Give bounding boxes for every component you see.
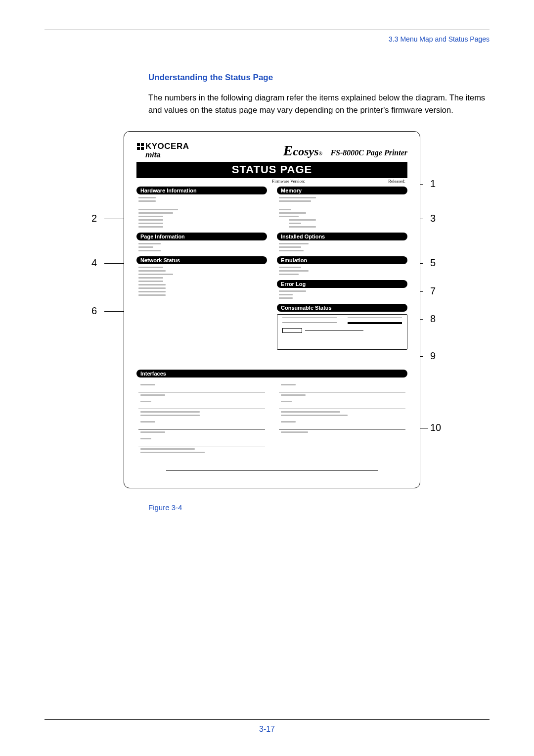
body-text: The numbers in the following diagram ref… [148, 92, 490, 116]
interfaces: Interfaces [136, 370, 407, 460]
ecosys-reg: ® [319, 151, 322, 156]
cons-body [277, 314, 407, 350]
callout-1-num: 1 [430, 178, 436, 189]
ecosys-e: E [283, 142, 293, 159]
firmware-label: Firmware Version: [272, 179, 305, 184]
footer: 3-17 [44, 719, 490, 734]
page-number: 3-17 [44, 725, 490, 734]
mem-body [277, 197, 407, 228]
brand-row: KYOCERA mita Ecosys® FS-8000C Page Print… [136, 142, 407, 159]
callout-3-num: 3 [430, 213, 436, 224]
net-header: Network Status [136, 256, 267, 264]
figure-caption: Figure 3-4 [148, 503, 490, 512]
columns: Hardware Information Page Information [136, 187, 407, 350]
svg-rect-0 [137, 143, 140, 146]
emul-body [277, 267, 407, 275]
callout-7-num: 7 [430, 285, 436, 296]
kyocera-logo: KYOCERA [136, 142, 189, 151]
section-title: Understanding the Status Page [148, 73, 490, 83]
callout-6: 6 [91, 305, 97, 317]
opts-body [277, 243, 407, 251]
kyocera-text: KYOCERA [145, 142, 189, 151]
brand-left: KYOCERA mita [136, 142, 189, 159]
callout-2: 2 [91, 213, 97, 224]
left-column: Hardware Information Page Information [136, 187, 267, 350]
iface-grid [136, 380, 407, 460]
net-body [136, 267, 267, 296]
iface-right [277, 380, 407, 460]
callout-2-num: 2 [91, 213, 97, 224]
printer-model: FS-8000C Page Printer [330, 148, 407, 157]
status-page-sheet: KYOCERA mita Ecosys® FS-8000C Page Print… [124, 131, 420, 488]
mem-header: Memory [277, 187, 407, 194]
svg-rect-3 [141, 147, 144, 150]
right-column: Memory Installed Options [277, 187, 407, 350]
kyocera-icon [136, 142, 144, 150]
iface-left [136, 380, 267, 460]
hw-header: Hardware Information [136, 187, 267, 194]
page-body [136, 243, 267, 251]
iface-header: Interfaces [136, 370, 407, 378]
callout-8: 8 [430, 313, 436, 325]
svg-rect-1 [141, 143, 144, 146]
footer-rule [44, 719, 490, 720]
status-page-diagram: 2 4 6 1 3 5 7 8 9 10 [124, 131, 470, 488]
err-header: Error Log [277, 280, 407, 288]
callout-5: 5 [430, 257, 436, 269]
callout-1: 1 [430, 178, 436, 189]
callout-6-num: 6 [91, 305, 97, 316]
breadcrumb: 3.3 Menu Map and Status Pages [44, 35, 490, 43]
callout-9: 9 [430, 350, 436, 362]
ecosys-rest: cosys [293, 145, 319, 158]
hw-body [136, 197, 267, 228]
callout-3: 3 [430, 213, 436, 224]
top-rule [44, 30, 490, 30]
brand-right: Ecosys® FS-8000C Page Printer [283, 142, 408, 159]
page-header: Page Information [136, 233, 267, 240]
emul-header: Emulation [277, 256, 407, 264]
callout-9-num: 9 [430, 350, 436, 361]
err-body [277, 290, 407, 299]
callout-4-num: 4 [91, 257, 97, 268]
callout-8-num: 8 [430, 313, 436, 324]
released-label: Released: [388, 179, 405, 184]
callout-4: 4 [91, 257, 97, 269]
cons-header: Consumable Status [277, 304, 407, 312]
status-title-bar: STATUS PAGE [136, 162, 407, 178]
ecosys-logo: Ecosys® [283, 142, 322, 159]
svg-rect-2 [137, 147, 140, 150]
opts-header: Installed Options [277, 233, 407, 240]
callout-10: 10 [430, 422, 441, 433]
bottom-rule [166, 470, 377, 471]
callout-10-num: 10 [430, 422, 441, 433]
subbar: Firmware Version: Released: [136, 179, 407, 187]
callout-5-num: 5 [430, 257, 436, 268]
mita-text: mita [145, 150, 189, 159]
callout-7: 7 [430, 285, 436, 297]
